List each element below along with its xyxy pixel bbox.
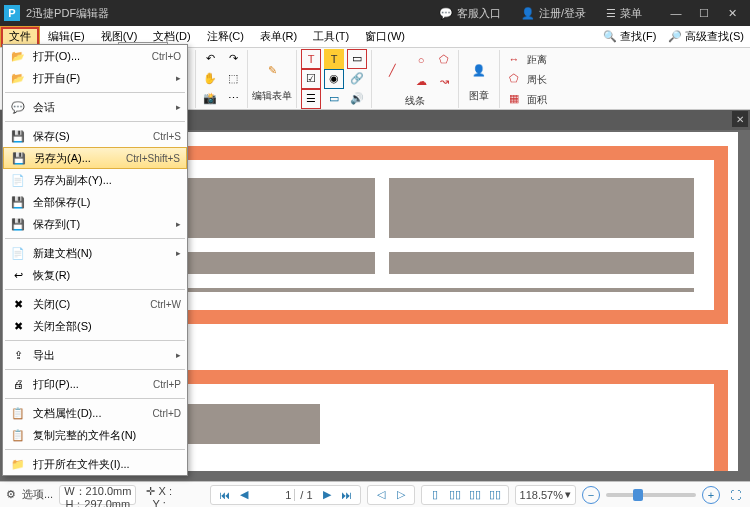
zoom-out-button[interactable]: − — [582, 486, 600, 504]
find-button[interactable]: 🔍查找(F) — [597, 26, 662, 47]
cursor-x: X : — [158, 485, 171, 497]
options-icon[interactable]: ⚙ — [6, 488, 16, 501]
sound-icon[interactable]: 🔊 — [347, 89, 367, 109]
slider-knob[interactable] — [633, 489, 643, 501]
menu-session-label: 会话 — [33, 100, 172, 115]
menu-copyname[interactable]: 📋复制完整的文件名(N) — [3, 424, 187, 446]
advanced-find-button[interactable]: 🔎高级查找(S) — [662, 26, 750, 47]
menu-export[interactable]: ⇪导出▸ — [3, 344, 187, 366]
page-current[interactable]: 1 — [255, 489, 295, 501]
login-button[interactable]: 👤 注册/登录 — [511, 0, 596, 26]
fullscreen-button[interactable]: ⛶ — [726, 486, 744, 504]
history-nav: ◁ ▷ — [367, 485, 415, 505]
menu-saveto[interactable]: 💾保存到(T)▸ — [3, 213, 187, 235]
rotright-icon[interactable]: ↷ — [223, 49, 243, 69]
link-icon[interactable]: 🔗 — [347, 69, 367, 89]
menu-form[interactable]: 表单(R) — [252, 26, 305, 47]
menu-open[interactable]: 📂打开(O)...Ctrl+O — [3, 45, 187, 67]
shape-circle-icon[interactable]: ○ — [411, 50, 431, 70]
shape-arrow-icon[interactable]: ↝ — [434, 72, 454, 92]
session-icon: 💬 — [9, 99, 27, 115]
zoom-in-button[interactable]: + — [702, 486, 720, 504]
options-label[interactable]: 选项... — [22, 487, 53, 502]
last-page-button[interactable]: ⏭ — [338, 486, 356, 504]
prev-page-button[interactable]: ◀ — [235, 486, 253, 504]
menu-newdoc[interactable]: 📄新建文档(N)▸ — [3, 242, 187, 264]
main-menu-button[interactable]: ☰ 菜单 — [596, 0, 652, 26]
tab-close-button[interactable]: ✕ — [732, 111, 748, 127]
menu-open-label: 打开(O)... — [33, 49, 152, 64]
layout-cover-icon[interactable]: ▯▯ — [486, 486, 504, 504]
menu-saveall[interactable]: 💾全部保存(L) — [3, 191, 187, 213]
menu-closeall[interactable]: ✖关闭全部(S) — [3, 315, 187, 337]
page-total: / 1 — [297, 489, 315, 501]
textfield-icon[interactable]: T — [301, 49, 321, 69]
select-icon[interactable]: ⬚ — [223, 69, 243, 89]
menu-comment[interactable]: 注释(C) — [199, 26, 252, 47]
advfind-label: 高级查找(S) — [685, 29, 744, 44]
app-logo: P — [4, 5, 20, 21]
edit-form-button[interactable]: ✎ — [256, 55, 288, 87]
zoom-display[interactable]: 118.57% ▾ — [515, 485, 576, 505]
shape-pentagon-icon[interactable]: ⬠ — [434, 50, 454, 70]
layout-facing-icon[interactable]: ▯▯ — [466, 486, 484, 504]
separator — [5, 449, 185, 450]
hand-icon[interactable]: ✋ — [200, 69, 220, 89]
zoom-slider[interactable] — [606, 493, 696, 497]
menu-newdoc-label: 新建文档(N) — [33, 246, 172, 261]
menu-session[interactable]: 💬会话▸ — [3, 96, 187, 118]
menu-export-label: 导出 — [33, 348, 172, 363]
distance-icon[interactable]: ↔ — [504, 49, 524, 69]
layout-cont-icon[interactable]: ▯▯ — [446, 486, 464, 504]
radio-icon[interactable]: ◉ — [324, 69, 344, 89]
next-page-button[interactable]: ▶ — [318, 486, 336, 504]
textbox-icon[interactable]: T — [324, 49, 344, 69]
stamp-button[interactable]: 👤 — [463, 55, 495, 87]
more-icon[interactable]: ⋯ — [223, 89, 243, 109]
list-icon[interactable]: ☰ — [301, 89, 321, 109]
close-window-button[interactable]: ✕ — [718, 0, 746, 26]
forward-button[interactable]: ▷ — [392, 486, 410, 504]
customer-service-button[interactable]: 💬 客服入口 — [429, 0, 511, 26]
page-size-box: W：210.0mm H：297.0mm — [59, 485, 136, 505]
closeall-icon: ✖ — [9, 318, 27, 334]
menu-save[interactable]: 💾保存(S)Ctrl+S — [3, 125, 187, 147]
window-controls: — ☐ ✕ — [662, 0, 746, 26]
menu-tools[interactable]: 工具(T) — [305, 26, 357, 47]
savecopy-icon: 📄 — [9, 172, 27, 188]
menu-openfrom[interactable]: 📂打开自(F)▸ — [3, 67, 187, 89]
menu-print[interactable]: 🖨打印(P)...Ctrl+P — [3, 373, 187, 395]
minimize-button[interactable]: — — [662, 0, 690, 26]
hamburger-icon: ☰ — [606, 7, 616, 20]
checkbox-icon[interactable]: ☑ — [301, 69, 321, 89]
open-file-icon: 📂 — [9, 48, 27, 64]
menu-restore[interactable]: ↩恢复(R) — [3, 264, 187, 286]
menu-saveas-label: 另存为(A)... — [34, 151, 126, 166]
perimeter-icon[interactable]: ⬠ — [504, 69, 524, 89]
folder-icon: 📁 — [9, 456, 27, 472]
menu-saveto-label: 保存到(T) — [33, 217, 172, 232]
zoom-value-status: 118.57% — [520, 489, 563, 501]
menu-window[interactable]: 窗口(W) — [357, 26, 413, 47]
menu-form-label: 表单(R) — [260, 29, 297, 44]
first-page-button[interactable]: ⏮ — [215, 486, 233, 504]
button-icon[interactable]: ▭ — [324, 89, 344, 109]
separator — [5, 340, 185, 341]
cursor-y: Y : — [153, 499, 166, 508]
menu-print-label: 打印(P)... — [33, 377, 153, 392]
snapshot-icon[interactable]: 📸 — [200, 89, 220, 109]
mask-icon[interactable]: ▭ — [347, 49, 367, 69]
rotleft-icon[interactable]: ↶ — [200, 49, 220, 69]
menu-close[interactable]: ✖关闭(C)Ctrl+W — [3, 293, 187, 315]
maximize-button[interactable]: ☐ — [690, 0, 718, 26]
menu-saveas[interactable]: 💾另存为(A)...Ctrl+Shift+S — [3, 147, 187, 169]
menu-openfolder[interactable]: 📁打开所在文件夹(I)... — [3, 453, 187, 475]
layout-single-icon[interactable]: ▯ — [426, 486, 444, 504]
menu-savecopy[interactable]: 📄另存为副本(Y)... — [3, 169, 187, 191]
area-icon[interactable]: ▦ — [504, 89, 524, 109]
back-button[interactable]: ◁ — [372, 486, 390, 504]
menu-docprops[interactable]: 📋文档属性(D)...Ctrl+D — [3, 402, 187, 424]
shape-cloud-icon[interactable]: ☁ — [411, 72, 431, 92]
line-button[interactable]: ╱ — [376, 55, 408, 87]
chevron-right-icon: ▸ — [176, 248, 181, 258]
